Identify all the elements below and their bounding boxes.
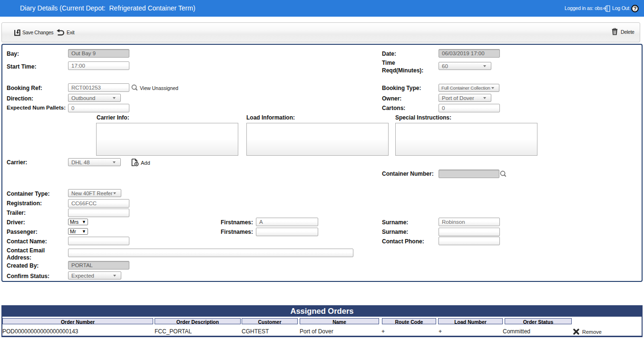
svg-text:?: ? [634, 6, 637, 11]
